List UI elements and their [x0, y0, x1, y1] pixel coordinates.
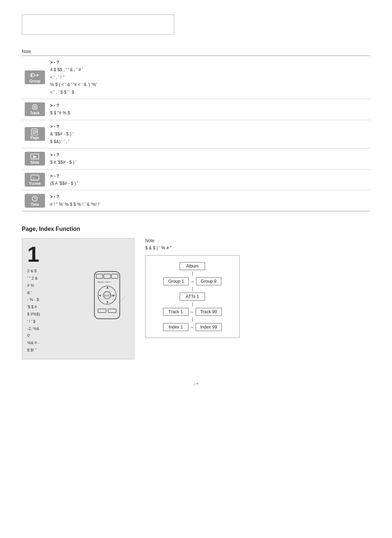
desc-cell: > - ? # ! " %' % $ $ % ! ' & '%! !' — [48, 190, 370, 211]
svg-rect-11 — [31, 175, 39, 180]
right-panel: Note $ & $ ) ' % # " Album Group 1 ~ Gro… — [145, 238, 370, 338]
tilde-2: ~ — [191, 309, 193, 315]
svg-text:▲: ▲ — [106, 285, 109, 289]
note-row: Slide > - ? $ # '$$# - $ ) ' — [22, 148, 370, 169]
icon-cell: Track — [22, 99, 48, 120]
desc-cell: > - ? ($ A '$$# - $ ) ' — [48, 169, 370, 190]
svg-text:◄: ◄ — [98, 293, 102, 297]
icon-badge: Page — [25, 127, 45, 141]
note-table: Group > - ?4 $ $$ , ' ' & , ' # '< ' , '… — [22, 56, 370, 211]
svg-text:V: V — [33, 177, 34, 179]
top-box — [22, 15, 174, 34]
hierarchy-index99: Index 99 — [196, 323, 222, 331]
svg-marker-10 — [33, 156, 36, 158]
icon-badge: Group — [25, 70, 45, 84]
hierarchy-track1: Track 1 — [163, 308, 188, 316]
hierarchy-group-row: Group 1 ~ Group 9 — [153, 277, 232, 285]
note-row: Time > - ? # ! " %' % $ $ % ! ' & '%! !' — [22, 190, 370, 211]
hierarchy-atts-row: ATTs 1 — [153, 293, 232, 301]
big-number: 1 — [27, 244, 82, 265]
desc-line: $ $ "# % $ — [50, 109, 368, 117]
desc-line: # ! " %' % $ $ % ! ' & '%! !' — [50, 201, 368, 208]
desc-line: & '$$# - $ ) ' — [50, 130, 368, 138]
hierarchy-track99: Track 99 — [196, 308, 222, 316]
tilde-1: ~ — [191, 279, 194, 284]
left-desc-line: -2, %& — [27, 325, 82, 333]
desc-cell: > - ?4 $ $$ , ' ' & , ' # '< ' , ' ! " %… — [48, 56, 370, 99]
svg-point-2 — [32, 105, 37, 110]
desc-line: $ # '$$# - $ ) ' — [50, 159, 368, 166]
page-number: ,-+ — [193, 381, 199, 386]
svg-text:INFO: INFO — [105, 281, 111, 283]
badge-label: V-zone — [29, 182, 41, 186]
left-desc-line: %& # - — [27, 339, 82, 347]
left-panel-text: 1 2 & $' " 2 &# %& '- % - $ '$ $ # $ #%$… — [27, 244, 82, 354]
svg-rect-19 — [104, 274, 110, 278]
svg-point-3 — [34, 106, 36, 108]
icon-cell: Group — [22, 56, 48, 99]
tilde-3: ~ — [191, 325, 193, 330]
desc-line: ($ A '$$# - $ ) ' — [50, 180, 368, 187]
note-label: Note — [22, 49, 370, 54]
badge-label: Slide — [30, 160, 39, 164]
svg-text:▼: ▼ — [106, 300, 109, 304]
svg-rect-28 — [98, 309, 106, 313]
desc-cell: > - ? $ # '$$# - $ ) ' — [48, 148, 370, 169]
left-desc-line: - % - $ — [27, 296, 82, 303]
connector-1 — [192, 272, 193, 276]
remote-illustration: ENTER ▲ ▼ ◄ ► MENU INFO — [87, 270, 127, 328]
page-bottom: ,-+ — [22, 381, 370, 386]
badge-label: Group — [29, 79, 40, 83]
hierarchy-album-row: Album — [153, 262, 232, 270]
icon-cell: Time — [22, 190, 48, 211]
section-title: Page, Index Function — [22, 226, 370, 232]
note-row: Page > - ? & '$$# - $ ) ' $ $&) ' ' , ' — [22, 120, 370, 148]
left-image: ENTER ▲ ▼ ◄ ► MENU INFO — [85, 244, 129, 354]
badge-label: Page — [30, 136, 39, 140]
svg-rect-29 — [108, 309, 116, 313]
arrow-row: > - ? — [50, 151, 368, 159]
icon-badge: V V-zone — [25, 173, 45, 187]
hierarchy-album: Album — [180, 262, 205, 270]
left-description: 2 & $' " 2 &# %& '- % - $ '$ $ # $ #%$)'… — [27, 268, 82, 354]
svg-text:►: ► — [112, 293, 116, 297]
note-row: Group > - ?4 $ $$ , ' ' & , ' # '< ' , '… — [22, 56, 370, 99]
left-desc-line: 2 & $ — [27, 268, 82, 275]
hierarchy-track-row: Track 1 ~ Track 99 — [153, 308, 232, 316]
hierarchy-index1: Index 1 — [163, 323, 188, 331]
icon-cell: Slide — [22, 148, 48, 169]
icon-badge: Time — [25, 194, 45, 208]
icon-badge: Track — [25, 102, 45, 116]
hierarchy-group1: Group 1 — [163, 277, 189, 285]
hierarchy-group9: Group 9 — [196, 277, 221, 285]
connector-4 — [192, 317, 193, 322]
left-desc-line: ' ! ' $ — [27, 318, 82, 325]
note-row: Track > - ? $ $ "# % $ — [22, 99, 370, 120]
badge-label: Track — [30, 111, 40, 115]
svg-rect-1 — [31, 74, 32, 76]
arrow-row: > - ? — [50, 172, 368, 180]
desc-line: < ' , ' ! " — [50, 74, 368, 81]
left-desc-line: ' " 2 & — [27, 275, 82, 282]
svg-rect-18 — [96, 274, 103, 278]
left-panel: 1 2 & $' " 2 &# %& '- % - $ '$ $ # $ #%$… — [22, 238, 134, 359]
hierarchy-atts: ATTs 1 — [180, 293, 205, 301]
left-desc-line: # % — [27, 282, 82, 289]
connector-2 — [192, 287, 193, 291]
desc-cell: > - ? & '$$# - $ ) ' $ $&) ' ' , ' — [48, 120, 370, 148]
svg-text:MENU: MENU — [98, 281, 104, 283]
left-desc-line: $ #%$) — [27, 311, 82, 318]
left-desc-line: 0' — [27, 332, 82, 339]
desc-cell: > - ? $ $ "# % $ — [48, 99, 370, 120]
arrow-row: > - ? — [50, 59, 368, 66]
svg-rect-20 — [111, 274, 118, 278]
right-note-text: $ & $ ) ' % # " — [145, 245, 370, 252]
left-desc-line: '$ $ # — [27, 303, 82, 311]
hierarchy-diagram: Album Group 1 ~ Group 9 ATTs 1 Track 1 — [145, 255, 240, 338]
left-desc-line: $ $! " — [27, 347, 82, 354]
desc-line: $ $&) ' ' , ' — [50, 138, 368, 145]
desc-line: < ' , ' $ $ ' ' $ — [50, 89, 368, 96]
desc-line: 4 $ $$ , ' ' & , ' # ' — [50, 66, 368, 73]
note-row: V V-zone > - ? ($ A '$$# - $ ) ' — [22, 169, 370, 190]
arrow-row: > - ? — [50, 102, 368, 109]
